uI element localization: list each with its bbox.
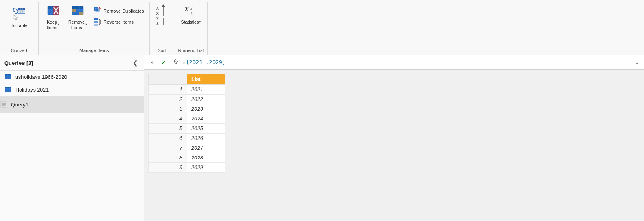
reverse-items-button[interactable]: Reverse Items bbox=[91, 17, 146, 27]
row-number: 7 bbox=[149, 143, 187, 153]
table-row: 12021 bbox=[149, 85, 225, 95]
row-number: 4 bbox=[149, 114, 187, 124]
keep-items-label: KeepItems bbox=[47, 20, 58, 30]
query1-label: Query1 bbox=[11, 102, 28, 108]
ribbon: To Table Convert bbox=[0, 0, 644, 55]
table-query-icon-2 bbox=[4, 86, 12, 94]
svg-marker-39 bbox=[162, 25, 165, 25]
formula-confirm-button[interactable]: ✓ bbox=[159, 57, 169, 67]
table-row: 82028 bbox=[149, 153, 225, 163]
row-value: 2027 bbox=[187, 143, 225, 153]
row-value: 2025 bbox=[187, 124, 225, 134]
table-row: 72027 bbox=[149, 143, 225, 153]
statistics-arrow: ▾ bbox=[199, 20, 201, 24]
keep-items-button[interactable]: KeepItems ▾ bbox=[42, 3, 64, 32]
manage-items-label: Manage Items bbox=[42, 47, 146, 55]
sidebar-item-holidays2021[interactable]: Holidays 2021 bbox=[0, 84, 144, 96]
convert-label: Convert bbox=[3, 47, 35, 55]
row-number: 5 bbox=[149, 124, 187, 134]
row-number: 1 bbox=[149, 85, 187, 95]
to-table-button[interactable]: To Table bbox=[3, 3, 35, 30]
svg-rect-28 bbox=[94, 18, 98, 20]
svg-rect-49 bbox=[5, 87, 11, 88]
row-value: 2028 bbox=[187, 153, 225, 163]
row-value: 2021 bbox=[187, 85, 225, 95]
row-value: 2022 bbox=[187, 95, 225, 104]
table-row: 42024 bbox=[149, 114, 225, 124]
svg-marker-8 bbox=[14, 15, 17, 20]
row-number-header bbox=[149, 74, 187, 85]
svg-text:Z: Z bbox=[156, 15, 159, 22]
remove-items-label: RemoveItems bbox=[68, 20, 85, 30]
keep-items-arrow: ▾ bbox=[58, 22, 59, 26]
numeric-list-group: X σ Σ Statistics ▾ Numeric List bbox=[174, 2, 208, 55]
formula-fx-button[interactable]: fx bbox=[171, 57, 181, 67]
table-row: 92029 bbox=[149, 163, 225, 173]
row-value: 2024 bbox=[187, 114, 225, 124]
statistics-label: Statistics bbox=[181, 20, 199, 25]
svg-text:A: A bbox=[156, 21, 159, 25]
reverse-items-label: Reverse Items bbox=[104, 20, 134, 25]
data-table-container: List 12021220223202342024520256202672027… bbox=[144, 70, 644, 221]
svg-text:Σ: Σ bbox=[190, 11, 193, 17]
to-table-label: To Table bbox=[11, 23, 28, 28]
svg-text:σ: σ bbox=[190, 6, 192, 11]
convert-group: To Table Convert bbox=[0, 2, 39, 55]
sidebar-title: Queries [3] bbox=[4, 60, 33, 66]
keep-icon bbox=[46, 5, 60, 19]
row-number: 2 bbox=[149, 95, 187, 104]
table-row: 52025 bbox=[149, 124, 225, 134]
table-icon bbox=[8, 5, 31, 22]
remove-duplicates-button[interactable]: Remove Duplicates bbox=[91, 6, 146, 16]
usholidays-label: usholidays 1966-2020 bbox=[15, 74, 67, 80]
svg-rect-29 bbox=[94, 21, 98, 23]
svg-text:X: X bbox=[184, 6, 189, 13]
sort-button[interactable]: A Z Z A bbox=[153, 3, 170, 27]
row-number: 6 bbox=[149, 134, 187, 143]
formula-expand-button[interactable]: ⌄ bbox=[632, 59, 641, 66]
svg-rect-3 bbox=[18, 8, 25, 10]
svg-rect-18 bbox=[72, 6, 83, 9]
row-value: 2026 bbox=[187, 134, 225, 143]
statistics-button[interactable]: X σ Σ Statistics ▾ bbox=[178, 3, 204, 27]
svg-rect-30 bbox=[94, 24, 98, 26]
content-area: × ✓ fx = {2021..2029} ⌄ List 12021220223… bbox=[144, 55, 644, 221]
svg-rect-23 bbox=[79, 12, 83, 15]
table-row: 32023 bbox=[149, 104, 225, 114]
remove-items-arrow: ▾ bbox=[85, 22, 87, 26]
collapse-sidebar-button[interactable]: ❮ bbox=[131, 59, 140, 67]
formula-equals: = bbox=[182, 59, 186, 65]
row-number: 9 bbox=[149, 163, 187, 173]
formula-bar: × ✓ fx = {2021..2029} ⌄ bbox=[144, 55, 644, 70]
sidebar: Queries [3] ❮ usholidays 1966-2020 bbox=[0, 55, 144, 221]
remove-duplicates-label: Remove Duplicates bbox=[104, 8, 144, 14]
row-number: 3 bbox=[149, 104, 187, 114]
remove-icon bbox=[71, 5, 84, 19]
statistics-icon: X σ Σ bbox=[184, 5, 198, 19]
svg-rect-25 bbox=[95, 8, 100, 12]
reverse-icon bbox=[93, 18, 102, 26]
table-row: 62026 bbox=[149, 134, 225, 143]
sidebar-item-query1[interactable]: Query1 bbox=[0, 96, 144, 113]
numeric-list-label: Numeric List bbox=[177, 47, 204, 55]
formula-cancel-button[interactable]: × bbox=[147, 57, 157, 67]
formula-text: = {2021..2029} bbox=[182, 59, 630, 65]
sidebar-header: Queries [3] ❮ bbox=[0, 55, 144, 71]
svg-marker-1 bbox=[15, 12, 16, 14]
table-row: 22022 bbox=[149, 95, 225, 104]
holidays2021-label: Holidays 2021 bbox=[15, 87, 49, 93]
remove-items-button[interactable]: RemoveItems ▾ bbox=[66, 3, 90, 32]
list-query-icon bbox=[0, 101, 8, 109]
row-value: 2029 bbox=[187, 163, 225, 173]
svg-marker-0 bbox=[15, 8, 16, 9]
svg-rect-22 bbox=[72, 9, 76, 12]
table-query-icon bbox=[4, 73, 12, 81]
row-number: 8 bbox=[149, 153, 187, 163]
list-column-header: List bbox=[187, 74, 225, 85]
svg-rect-44 bbox=[5, 74, 11, 76]
svg-marker-35 bbox=[162, 4, 165, 7]
sort-group: A Z Z A Sort bbox=[150, 2, 174, 55]
sidebar-item-usholidays[interactable]: usholidays 1966-2020 bbox=[0, 71, 144, 84]
data-table: List 12021220223202342024520256202672027… bbox=[148, 74, 225, 173]
manage-items-group: KeepItems ▾ bbox=[39, 2, 150, 55]
